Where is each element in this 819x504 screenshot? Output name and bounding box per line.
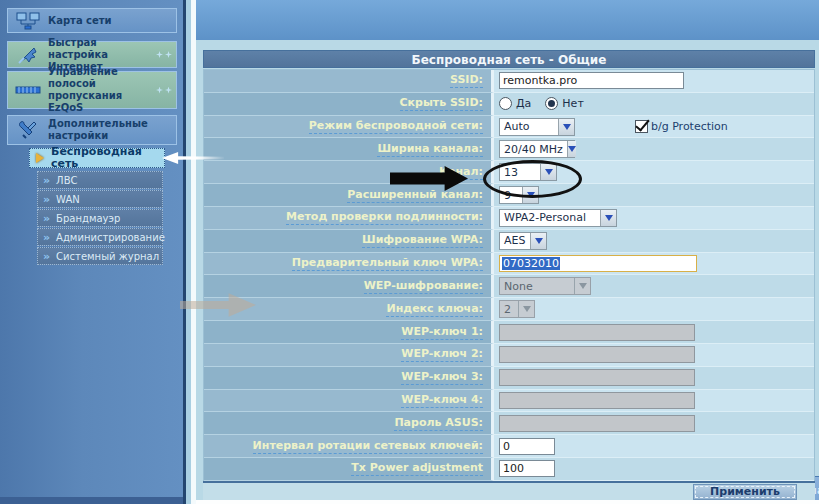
form-row-wireless-mode: Режим беспроводной сети: Auto b/g Protec…	[204, 116, 814, 139]
wpa-encryption-label[interactable]: Шифрование WPA:	[362, 233, 483, 248]
form-row-hide-ssid: Скрыть SSID: Да Нет	[204, 93, 814, 116]
wep-key-3-label[interactable]: WEP-ключ 3:	[401, 370, 483, 385]
wep-key-4-input	[499, 392, 695, 409]
chevron-down-icon	[530, 233, 546, 249]
form-row-channel-width: Ширина канала: 20/40 MHz	[204, 138, 814, 161]
sidebar-item-firewall[interactable]: » Брандмауэр	[37, 209, 163, 227]
wireless-mode-select[interactable]: Auto	[499, 118, 575, 136]
form-row-asus-password: Пароль ASUS:	[204, 412, 814, 435]
form-row-key-index: Индекс ключа: 2	[204, 298, 814, 321]
chevron-right-icon: »	[43, 212, 50, 225]
chevron-down-icon	[567, 141, 576, 157]
radio-label: Да	[516, 97, 531, 110]
play-icon	[36, 153, 44, 163]
quick-setup-icon	[8, 45, 48, 65]
wep-key-1-input	[499, 324, 695, 341]
wep-key-3-input	[499, 369, 695, 386]
key-rotation-input[interactable]	[499, 438, 555, 455]
stars-icon	[156, 51, 176, 58]
auth-method-select[interactable]: WPA2-Personal	[499, 209, 617, 227]
chevron-right-icon: »	[43, 250, 50, 263]
wep-key-2-label[interactable]: WEP-ключ 2:	[401, 347, 483, 362]
sidebar-item-label: Дополнительные настройки	[48, 118, 176, 142]
chevron-down-icon	[574, 278, 590, 294]
form-row-ssid: SSID:	[204, 70, 814, 93]
wep-key-1-label[interactable]: WEP-ключ 1:	[401, 325, 483, 340]
select-value: 20/40 MHz	[500, 141, 567, 157]
sidebar-item-label: Брандмауэр	[56, 213, 120, 224]
ssid-input[interactable]	[499, 72, 684, 89]
form-row-key-rotation: Интервал ротации сетевых ключей:	[204, 435, 814, 458]
bg-protection-checkbox[interactable]	[635, 120, 648, 133]
sidebar-item-label: Администрирование	[56, 232, 165, 243]
channel-width-select[interactable]: 20/40 MHz	[499, 140, 575, 158]
wpa-key-label[interactable]: Предварительный ключ WPA:	[292, 256, 483, 271]
hide-ssid-no-radio[interactable]	[545, 97, 558, 110]
sidebar: Карта сети Быстрая настройка Интернет Уп…	[0, 0, 183, 504]
chevron-right-icon: »	[43, 174, 50, 187]
radio-label: Нет	[562, 97, 583, 110]
extension-channel-label[interactable]: Расширенный канал:	[347, 188, 483, 203]
bg-protection-label: b/g Protection	[651, 120, 728, 133]
chevron-right-icon: »	[43, 231, 50, 244]
bandwidth-icon	[8, 84, 48, 96]
sidebar-item-quick-setup[interactable]: Быстрая настройка Интернет	[7, 41, 177, 68]
chevron-down-icon	[518, 301, 534, 317]
tx-power-input[interactable]	[499, 460, 555, 477]
tab-bar	[196, 0, 819, 40]
circle-annotation	[483, 160, 582, 198]
sidebar-item-network-map[interactable]: Карта сети	[7, 8, 177, 33]
form-row-wep-key-2: WEP-ключ 2:	[204, 344, 814, 367]
sidebar-item-system-log[interactable]: » Системный журнал	[37, 247, 163, 265]
wpa-encryption-select[interactable]: AES	[499, 232, 547, 250]
channel-width-label[interactable]: Ширина канала:	[377, 142, 483, 157]
sidebar-item-label: Системный журнал	[56, 251, 159, 262]
select-value: 2	[500, 301, 518, 317]
router-admin-page: Карта сети Быстрая настройка Интернет Уп…	[0, 0, 819, 504]
wireless-general-form: Беспроводная сеть - Общие SSID: Скрыть S…	[203, 50, 815, 482]
select-value: WPA2-Personal	[500, 210, 600, 226]
wep-key-4-label[interactable]: WEP-ключ 4:	[401, 393, 483, 408]
sidebar-item-wireless[interactable]: Беспроводная сеть	[29, 148, 165, 168]
sidebar-item-administration[interactable]: » Администрирование	[37, 228, 163, 246]
hide-ssid-yes-radio[interactable]	[499, 97, 512, 110]
form-footer: Применить	[203, 481, 815, 500]
select-value: None	[500, 278, 574, 294]
asus-password-label[interactable]: Пароль ASUS:	[394, 416, 483, 431]
sidebar-footer-strip	[0, 497, 183, 504]
key-index-label[interactable]: Индекс ключа:	[386, 302, 483, 317]
sidebar-item-ezqos[interactable]: Управление полосой пропускания EzQoS	[7, 71, 177, 109]
form-row-wpa-encryption: Шифрование WPA: AES	[204, 230, 814, 253]
select-value: Auto	[500, 119, 558, 135]
wep-encryption-select: None	[499, 277, 591, 295]
sidebar-item-label: Беспроводная сеть	[51, 146, 164, 170]
hide-ssid-label[interactable]: Скрыть SSID:	[400, 96, 484, 111]
sidebar-item-label: ЛВС	[56, 175, 77, 186]
wpa-key-input[interactable]: 07032010	[499, 255, 697, 272]
select-value: AES	[500, 233, 530, 249]
form-title: Беспроводная сеть - Общие	[203, 50, 815, 68]
sidebar-item-label: WAN	[56, 194, 80, 205]
apply-button[interactable]: Применить	[693, 484, 797, 500]
asus-password-input	[499, 415, 695, 432]
key-rotation-label[interactable]: Интервал ротации сетевых ключей:	[253, 439, 483, 454]
bottom-edge	[196, 500, 819, 504]
ssid-label[interactable]: SSID:	[450, 73, 483, 88]
form-row-wep-encryption: WEP-шифрование: None	[204, 275, 814, 298]
sidebar-item-wan[interactable]: » WAN	[37, 190, 163, 208]
selected-text: 07032010	[502, 257, 560, 270]
wep-encryption-label[interactable]: WEP-шифрование:	[364, 279, 483, 294]
panel-divider-white	[191, 0, 196, 504]
chevron-down-icon	[558, 119, 574, 135]
tools-icon	[8, 119, 48, 141]
wep-key-2-input	[499, 346, 695, 363]
sidebar-item-lan[interactable]: » ЛВС	[37, 171, 163, 189]
form-row-tx-power: Tx Power adjustment	[204, 458, 814, 481]
wireless-mode-label[interactable]: Режим беспроводной сети:	[309, 119, 483, 134]
sidebar-item-label: Управление полосой пропускания EzQoS	[48, 66, 156, 114]
form-row-wpa-key: Предварительный ключ WPA: 07032010	[204, 253, 814, 276]
chevron-right-icon: »	[43, 193, 50, 206]
tx-power-label[interactable]: Tx Power adjustment	[351, 461, 483, 476]
sidebar-item-advanced-settings[interactable]: Дополнительные настройки	[7, 115, 177, 145]
auth-method-label[interactable]: Метод проверки подлинности:	[286, 210, 483, 225]
